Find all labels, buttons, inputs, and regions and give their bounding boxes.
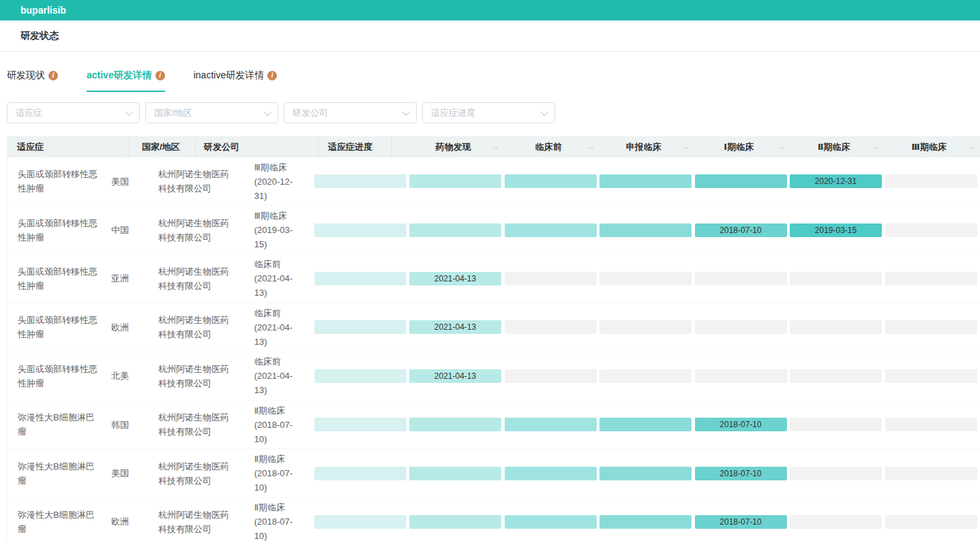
cell-company: 杭州阿诺生物医药科技有限公司: [150, 362, 245, 390]
phase-bars: 2021-04-13: [301, 320, 980, 334]
phase-slot: [790, 418, 885, 431]
cell-region: 中国: [99, 223, 150, 237]
progress-phase: Ⅲ期临床: [254, 160, 301, 174]
table-row: 弥漫性大B细胞淋巴瘤 欧洲 杭州阿诺生物医药科技有限公司 Ⅱ期临床 (2018-…: [8, 498, 980, 541]
phase-label: Ⅰ期临床: [724, 141, 754, 153]
phase-bar: 2021-04-13: [409, 369, 501, 383]
phase-label: Ⅱ期临床: [818, 141, 850, 153]
tab-inactive-details[interactable]: inactive研发详情i: [194, 69, 277, 92]
phase-bar: [599, 174, 692, 188]
filter-placeholder: 适应症: [16, 107, 42, 119]
chevron-down-icon: [541, 108, 548, 115]
arrow-right-icon: →: [966, 142, 975, 152]
tab-active-details[interactable]: active研发详情i: [87, 69, 165, 92]
indication-filter[interactable]: 适应症: [7, 102, 140, 123]
cell-indication: 头面或颈部转移性恶性肿瘤: [8, 264, 99, 293]
filter-placeholder: 研发公司: [293, 107, 328, 119]
phase-bar: [314, 272, 406, 285]
phase-bar: [314, 418, 406, 431]
phase-slot: [505, 174, 600, 188]
phase-bar: [505, 272, 597, 285]
cell-region: 亚洲: [99, 271, 150, 285]
tab-rnd-status[interactable]: 研发现状i: [7, 69, 58, 92]
phase-bar: 2019-03-15: [790, 223, 882, 237]
filter-placeholder: 国家/地区: [154, 107, 192, 119]
phase-slot: 2021-04-13: [409, 272, 505, 285]
cell-region: 美国: [99, 466, 150, 480]
phase-bar: 2018-07-10: [695, 418, 787, 431]
progress-date: (2018-07-10): [254, 418, 301, 446]
phase-slot: [885, 418, 980, 431]
phase-slot: [599, 223, 695, 237]
phase-bar: [885, 418, 977, 431]
drug-title-bar: buparlisib: [0, 0, 980, 20]
cell-region: 欧洲: [99, 514, 150, 529]
phase-slot: [409, 515, 505, 529]
filter-bar: 适应症国家/地区研发公司适应症进度: [7, 102, 980, 123]
phase-slot: [885, 320, 980, 334]
info-icon[interactable]: i: [48, 71, 58, 80]
phase-bar: [599, 320, 692, 334]
progress-phase: 临床前: [254, 354, 301, 369]
phase-bar: [505, 418, 597, 431]
cell-region: 美国: [99, 174, 150, 189]
phase-bar: [599, 418, 692, 431]
phase-bar: [505, 174, 597, 188]
table-row: 头面或颈部转移性恶性肿瘤 中国 杭州阿诺生物医药科技有限公司 Ⅲ期临床 (201…: [8, 206, 980, 254]
phase-bars: 2021-04-13: [301, 369, 980, 383]
phase-slot: [409, 467, 505, 480]
cell-indication: 弥漫性大B细胞淋巴瘤: [8, 410, 99, 439]
info-icon[interactable]: i: [155, 71, 165, 80]
phase-bar: [314, 320, 406, 334]
progress-phase: Ⅱ期临床: [254, 452, 301, 466]
cell-indication: 头面或颈部转移性恶性肿瘤: [8, 216, 99, 245]
phase-column-header: 药物发现→: [406, 136, 501, 157]
phase-slot: [599, 467, 695, 480]
cell-indication: 头面或颈部转移性恶性肿瘤: [8, 362, 99, 390]
column-header: 适应症: [7, 136, 130, 157]
cell-progress: Ⅲ期临床 (2020-12-31): [245, 160, 301, 203]
phase-slot: 2018-07-10: [695, 467, 790, 480]
phase-bar: [790, 418, 882, 431]
arrow-right-icon: →: [586, 142, 595, 152]
cell-company: 杭州阿诺生物医药科技有限公司: [150, 508, 245, 536]
cell-company: 杭州阿诺生物医药科技有限公司: [150, 167, 245, 196]
phase-slot: [505, 320, 600, 334]
phase-column-header: 申报临床→: [596, 136, 692, 157]
phase-bar: [409, 467, 501, 480]
cell-indication: 头面或颈部转移性恶性肿瘤: [8, 167, 99, 196]
progress-phase: Ⅱ期临床: [254, 500, 301, 514]
phase-slot: 2019-03-15: [790, 223, 885, 237]
phase-bar: 2018-07-10: [695, 223, 787, 237]
phase-bar: [314, 174, 406, 188]
phase-bars: 2021-04-13: [301, 272, 980, 285]
phase-bar: [314, 223, 406, 237]
phase-slot: [409, 223, 505, 237]
company-filter[interactable]: 研发公司: [284, 102, 417, 123]
progress-date: (2021-04-13): [254, 369, 301, 397]
phase-bar: [790, 369, 882, 383]
phase-slot: 2021-04-13: [409, 320, 505, 334]
phase-label: 临床前: [535, 141, 562, 153]
phase-column-header: 临床前→: [501, 136, 597, 157]
progress-filter[interactable]: 适应症进度: [422, 102, 555, 123]
drug-name: buparlisib: [20, 5, 66, 16]
tab-label: inactive研发详情: [194, 69, 264, 82]
phase-bars: 2018-07-102019-03-15: [301, 223, 980, 237]
phase-slot: [314, 418, 410, 431]
phase-label: 药物发现: [436, 141, 471, 153]
phase-slot: [695, 272, 790, 285]
phase-slot: [599, 174, 695, 188]
phase-bar: 2021-04-13: [409, 320, 501, 334]
phase-bar: [885, 174, 977, 188]
phase-bar: [505, 223, 597, 237]
phase-bar: [695, 272, 787, 285]
phase-slot: [885, 369, 980, 383]
info-icon[interactable]: i: [267, 71, 277, 80]
phase-bar: [599, 223, 692, 237]
phase-slot: [314, 272, 410, 285]
cell-company: 杭州阿诺生物医药科技有限公司: [150, 459, 245, 488]
progress-date: (2019-03-15): [254, 223, 301, 251]
region-filter[interactable]: 国家/地区: [145, 102, 278, 123]
arrow-right-icon: →: [872, 142, 880, 152]
